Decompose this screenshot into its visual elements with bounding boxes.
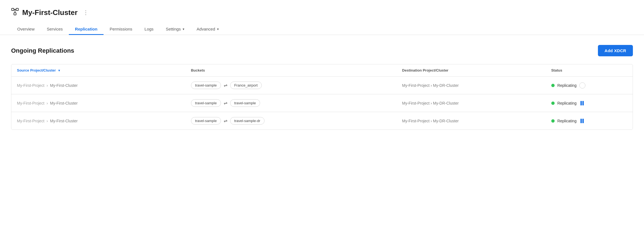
svg-rect-2 bbox=[14, 13, 16, 15]
source-bucket-pill: travel-sample bbox=[191, 99, 221, 107]
status-label: Replicating bbox=[557, 83, 577, 88]
dest-bucket-pill: France_airport bbox=[230, 82, 262, 89]
tab-logs[interactable]: Logs bbox=[139, 24, 160, 35]
source-cluster-name: My-First-Cluster bbox=[50, 101, 78, 105]
source-project: My-First-Project bbox=[17, 83, 44, 88]
destination-cell: My-First-Project › My-DR-Cluster bbox=[397, 94, 546, 112]
page-title: My-First-Cluster bbox=[22, 8, 77, 17]
transfer-icon: ⇌ bbox=[224, 118, 227, 123]
col-header-destination: Destination Project/Cluster bbox=[397, 64, 546, 77]
svg-rect-0 bbox=[12, 8, 14, 11]
pause-icon bbox=[580, 101, 584, 105]
status-dot-icon bbox=[551, 84, 555, 87]
tab-permissions[interactable]: Permissions bbox=[104, 24, 139, 35]
source-cell: My-First-Project › My-First-Cluster bbox=[11, 77, 185, 94]
nav-tabs: Overview Services Replication Permission… bbox=[11, 24, 633, 35]
kebab-menu-button[interactable]: ⋮ bbox=[81, 8, 91, 17]
section-header: Ongoing Replications Add XDCR bbox=[11, 45, 633, 56]
destination-cell: My-First-Project › My-DR-Cluster bbox=[397, 77, 546, 94]
tab-replication[interactable]: Replication bbox=[69, 24, 104, 35]
col-header-source[interactable]: Source Project/Cluster ▼ bbox=[11, 64, 185, 77]
dest-arrow-icon: › bbox=[431, 101, 433, 105]
transfer-icon: ⇌ bbox=[224, 100, 227, 106]
title-row: My-First-Cluster ⋮ bbox=[11, 8, 633, 17]
table-row: My-First-Project › My-First-Cluster trav… bbox=[11, 112, 633, 130]
status-label: Replicating bbox=[557, 101, 577, 105]
source-cluster-name: My-First-Cluster bbox=[50, 83, 78, 88]
status-dot-icon bbox=[551, 119, 555, 123]
source-bucket-pill: travel-sample bbox=[191, 117, 221, 125]
dest-bucket-pill: travel-sample bbox=[230, 99, 260, 107]
row-action-circle-button[interactable] bbox=[579, 82, 585, 88]
buckets-cell: travel-sample ⇌ travel-sample-dr bbox=[185, 112, 397, 130]
dest-cluster-name: My-DR-Cluster bbox=[433, 119, 459, 123]
main-content: Ongoing Replications Add XDCR Source Pro… bbox=[0, 35, 644, 140]
source-bucket-pill: travel-sample bbox=[191, 82, 221, 89]
dest-project: My-First-Project bbox=[402, 83, 430, 88]
svg-rect-1 bbox=[16, 8, 18, 11]
source-cluster-name: My-First-Cluster bbox=[50, 119, 78, 123]
dest-bucket-pill: travel-sample-dr bbox=[230, 117, 265, 125]
source-arrow-icon: › bbox=[47, 119, 49, 123]
add-xdcr-button[interactable]: Add XDCR bbox=[598, 45, 633, 56]
dest-cluster-name: My-DR-Cluster bbox=[433, 83, 459, 88]
status-cell: Replicating bbox=[546, 112, 633, 130]
settings-chevron-icon: ▾ bbox=[183, 27, 184, 31]
dest-arrow-icon: › bbox=[431, 119, 433, 123]
pause-button[interactable] bbox=[579, 118, 585, 124]
advanced-chevron-icon: ▾ bbox=[217, 27, 219, 31]
pause-button[interactable] bbox=[579, 100, 585, 106]
page-header: My-First-Cluster ⋮ Overview Services Rep… bbox=[0, 0, 644, 35]
destination-cell: My-First-Project › My-DR-Cluster bbox=[397, 112, 546, 130]
source-cell: My-First-Project › My-First-Cluster bbox=[11, 94, 185, 112]
table-row: My-First-Project › My-First-Cluster trav… bbox=[11, 77, 633, 94]
dest-arrow-icon: › bbox=[431, 83, 433, 88]
col-header-buckets: Buckets bbox=[185, 64, 397, 77]
dest-project: My-First-Project bbox=[402, 119, 430, 123]
section-title: Ongoing Replications bbox=[11, 47, 74, 54]
buckets-cell: travel-sample ⇌ travel-sample bbox=[185, 94, 397, 112]
pause-icon bbox=[580, 119, 584, 123]
status-dot-icon bbox=[551, 102, 555, 105]
transfer-icon: ⇌ bbox=[224, 83, 227, 88]
status-cell: Replicating bbox=[546, 77, 633, 94]
dest-project: My-First-Project bbox=[402, 101, 430, 105]
source-project: My-First-Project bbox=[17, 101, 44, 105]
source-arrow-icon: › bbox=[47, 83, 49, 88]
source-project: My-First-Project bbox=[17, 119, 44, 123]
status-cell: Replicating bbox=[546, 94, 633, 112]
cluster-icon bbox=[11, 8, 19, 17]
replications-table: Source Project/Cluster ▼ Buckets Destina… bbox=[11, 64, 633, 130]
tab-advanced[interactable]: Advanced ▾ bbox=[190, 24, 225, 35]
dest-cluster-name: My-DR-Cluster bbox=[433, 101, 459, 105]
table-row: My-First-Project › My-First-Cluster trav… bbox=[11, 94, 633, 112]
source-arrow-icon: › bbox=[47, 101, 49, 105]
tab-overview[interactable]: Overview bbox=[11, 24, 41, 35]
status-label: Replicating bbox=[557, 119, 577, 123]
sort-arrow-icon: ▼ bbox=[58, 69, 61, 72]
buckets-cell: travel-sample ⇌ France_airport bbox=[185, 77, 397, 94]
col-header-status: Status bbox=[546, 64, 633, 77]
source-cell: My-First-Project › My-First-Cluster bbox=[11, 112, 185, 130]
tab-settings[interactable]: Settings ▾ bbox=[160, 24, 190, 35]
tab-services[interactable]: Services bbox=[41, 24, 69, 35]
